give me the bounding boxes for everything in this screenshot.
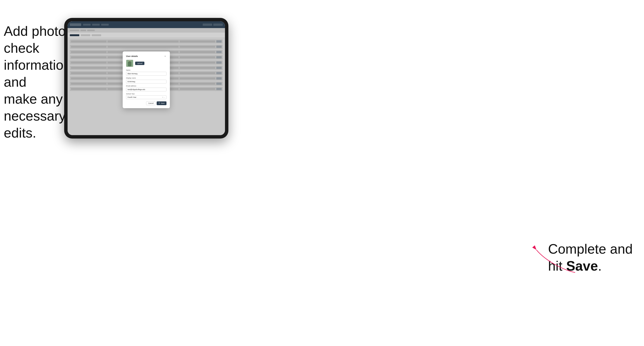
right-arrow: [534, 246, 576, 274]
school-year-field-group: School Year Fourth Year × ⌄: [126, 93, 166, 99]
modal-footer: Cancel ⬆ Save: [126, 101, 166, 105]
save-button[interactable]: ⬆ Save: [157, 101, 166, 105]
display-name-field-group: Display name: [126, 77, 166, 83]
nav-item-3: [101, 24, 109, 26]
modal-title-bar: User details ×: [126, 55, 166, 57]
modal-title: User details: [126, 55, 138, 57]
display-name-label: Display name: [126, 77, 166, 79]
photo-section: Upload: [126, 60, 166, 67]
name-input[interactable]: [126, 72, 166, 76]
email-input[interactable]: [126, 88, 166, 91]
chevron-down-icon: ⌄: [164, 97, 165, 98]
app-logo: [70, 23, 81, 26]
upload-photo-button[interactable]: Upload: [135, 62, 144, 65]
select-clear-icon[interactable]: ×: [162, 96, 163, 98]
school-year-select[interactable]: Fourth Year × ⌄: [126, 95, 166, 99]
header-btn-1: [203, 23, 212, 26]
name-field-group: Name: [126, 69, 166, 76]
user-details-modal: User details × Upload Name: [123, 51, 170, 108]
cancel-button[interactable]: Cancel: [146, 101, 156, 105]
header-btn-2: [213, 23, 223, 26]
modal-overlay: User details × Upload Name: [68, 28, 225, 135]
avatar-body: [128, 61, 131, 66]
save-button-label: Save: [160, 102, 164, 104]
header-right: [203, 23, 223, 26]
email-label: Email address: [126, 85, 166, 87]
save-icon: ⬆: [158, 102, 160, 104]
avatar-thumbnail: [126, 60, 133, 67]
school-year-label: School Year: [126, 93, 166, 95]
nav-item-2: [92, 24, 100, 26]
school-year-value: Fourth Year: [128, 96, 162, 98]
app-header: [68, 21, 225, 28]
email-field-group: Email address: [126, 85, 166, 91]
modal-close-button[interactable]: ×: [164, 55, 166, 57]
name-label: Name: [126, 69, 166, 71]
header-nav: [83, 24, 109, 26]
tablet-screen: User details × Upload Name: [68, 21, 225, 135]
display-name-input[interactable]: [126, 80, 166, 83]
tablet-frame: User details × Upload Name: [64, 18, 228, 139]
nav-item-1: [83, 24, 90, 26]
